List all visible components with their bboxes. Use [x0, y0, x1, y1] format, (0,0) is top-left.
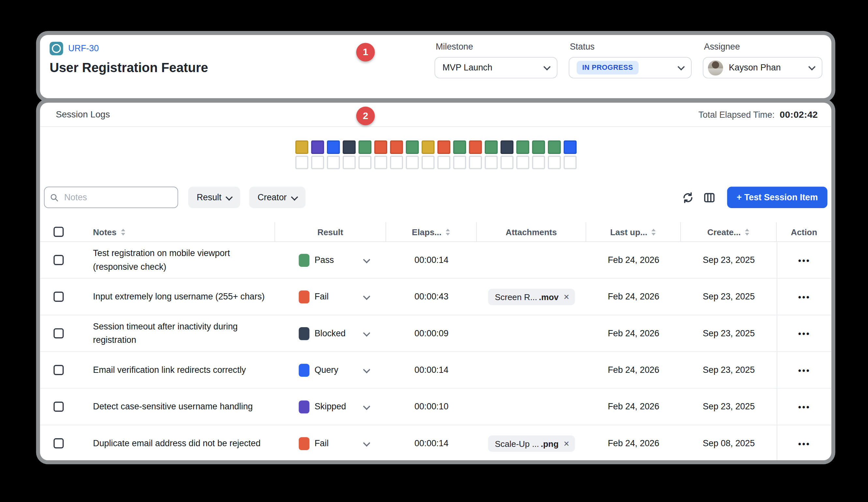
- progress-square-green[interactable]: [516, 141, 529, 154]
- attachment-chip[interactable]: Screen R... .mov ×: [488, 288, 575, 305]
- row-last-updated: Feb 24, 2026: [586, 242, 681, 278]
- search-input[interactable]: [63, 192, 172, 203]
- column-header-result[interactable]: Result: [318, 227, 343, 237]
- row-actions-menu-button[interactable]: •••: [798, 365, 810, 375]
- progress-square-navy[interactable]: [343, 141, 355, 154]
- result-select[interactable]: Fail: [275, 279, 386, 315]
- columns-icon[interactable]: [703, 191, 716, 204]
- progress-square-yellow[interactable]: [295, 141, 308, 154]
- progress-square-empty[interactable]: [405, 155, 418, 169]
- progress-square-empty[interactable]: [422, 155, 434, 169]
- remove-attachment-icon[interactable]: ×: [564, 292, 569, 301]
- sort-icon[interactable]: [744, 228, 750, 235]
- chevron-down-icon[interactable]: [363, 402, 370, 410]
- progress-square-empty[interactable]: [500, 155, 513, 169]
- column-header-last-updated[interactable]: Last up...: [610, 227, 647, 237]
- assignee-select[interactable]: Kayson Phan: [703, 57, 823, 79]
- progress-square-orange[interactable]: [390, 141, 403, 154]
- assignee-value: Kayson Phan: [729, 63, 781, 73]
- progress-square-empty[interactable]: [532, 155, 545, 169]
- sort-icon[interactable]: [651, 228, 657, 235]
- column-header-notes[interactable]: Notes: [93, 227, 116, 237]
- chevron-down-icon[interactable]: [363, 293, 370, 300]
- result-label: Fail: [314, 439, 329, 449]
- sort-icon[interactable]: [446, 228, 451, 235]
- add-test-session-item-button[interactable]: + Test Session Item: [727, 187, 828, 208]
- remove-attachment-icon[interactable]: ×: [564, 439, 569, 448]
- progress-square-empty[interactable]: [484, 155, 497, 169]
- attachment-name: Scale-Up ...: [495, 439, 539, 448]
- progress-square-empty[interactable]: [469, 155, 482, 169]
- progress-square-empty[interactable]: [548, 155, 561, 169]
- chevron-down-icon[interactable]: [363, 256, 370, 263]
- row-checkbox[interactable]: [53, 402, 64, 412]
- result-select[interactable]: Skipped: [275, 389, 386, 425]
- column-header-created[interactable]: Create...: [707, 227, 741, 237]
- progress-square-empty[interactable]: [343, 155, 355, 169]
- table-header-row: Notes Result Elaps... Attachments Last u…: [40, 222, 831, 242]
- result-color-badge: [299, 437, 309, 450]
- result-select[interactable]: Blocked: [275, 315, 386, 352]
- chevron-down-icon: [543, 63, 550, 70]
- row-checkbox[interactable]: [53, 328, 64, 338]
- progress-square-yellow[interactable]: [422, 141, 434, 154]
- progress-square-empty[interactable]: [437, 155, 450, 169]
- issue-key-link[interactable]: URF-30: [68, 43, 99, 53]
- column-header-attachments[interactable]: Attachments: [506, 227, 557, 237]
- progress-square-empty[interactable]: [453, 155, 466, 169]
- result-select[interactable]: Query: [275, 352, 386, 388]
- row-checkbox[interactable]: [53, 255, 64, 265]
- status-select[interactable]: IN PROGRESS: [569, 57, 692, 79]
- result-color-badge: [299, 290, 309, 303]
- row-actions-menu-button[interactable]: •••: [798, 402, 810, 411]
- progress-square-navy[interactable]: [500, 141, 513, 154]
- progress-square-green[interactable]: [532, 141, 545, 154]
- sort-icon[interactable]: [121, 228, 126, 235]
- progress-square-blue[interactable]: [563, 141, 576, 154]
- progress-square-orange[interactable]: [437, 141, 450, 154]
- row-created: Sep 08, 2025: [681, 425, 777, 460]
- search-field[interactable]: [44, 187, 178, 208]
- progress-square-orange[interactable]: [469, 141, 482, 154]
- desktop-background: URF-30 User Registration Feature 1 Miles…: [0, 0, 868, 502]
- progress-square-empty[interactable]: [374, 155, 387, 169]
- chevron-down-icon[interactable]: [363, 439, 370, 446]
- progress-square-green[interactable]: [484, 141, 497, 154]
- select-all-checkbox[interactable]: [53, 227, 64, 237]
- row-actions-menu-button[interactable]: •••: [798, 255, 810, 264]
- column-header-elapsed[interactable]: Elaps...: [412, 227, 442, 237]
- row-checkbox[interactable]: [53, 365, 64, 375]
- milestone-value: MVP Launch: [442, 63, 492, 73]
- chevron-down-icon[interactable]: [363, 329, 370, 336]
- refresh-icon[interactable]: [682, 191, 695, 204]
- progress-square-empty[interactable]: [327, 155, 340, 169]
- progress-square-empty[interactable]: [390, 155, 403, 169]
- row-actions-menu-button[interactable]: •••: [798, 329, 810, 338]
- issue-header-card: URF-30 User Registration Feature 1 Miles…: [40, 35, 831, 98]
- progress-square-green[interactable]: [453, 141, 466, 154]
- progress-square-empty[interactable]: [563, 155, 576, 169]
- row-checkbox[interactable]: [53, 439, 64, 449]
- row-checkbox[interactable]: [53, 292, 64, 302]
- progress-square-empty[interactable]: [516, 155, 529, 169]
- progress-square-green[interactable]: [405, 141, 418, 154]
- progress-square-orange[interactable]: [374, 141, 387, 154]
- result-select[interactable]: Fail: [275, 425, 386, 460]
- progress-square-green[interactable]: [548, 141, 561, 154]
- result-filter-button[interactable]: Result: [188, 187, 240, 208]
- progress-square-purple[interactable]: [311, 141, 324, 154]
- creator-filter-button[interactable]: Creator: [249, 187, 305, 208]
- status-label: Status: [570, 42, 692, 52]
- attachment-chip[interactable]: Scale-Up ... .png ×: [488, 435, 575, 451]
- status-field: Status IN PROGRESS: [569, 41, 692, 79]
- progress-square-empty[interactable]: [358, 155, 371, 169]
- progress-square-blue[interactable]: [327, 141, 340, 154]
- milestone-select[interactable]: MVP Launch: [434, 57, 557, 79]
- row-actions-menu-button[interactable]: •••: [798, 439, 810, 448]
- progress-square-green[interactable]: [358, 141, 371, 154]
- progress-square-empty[interactable]: [295, 155, 308, 169]
- row-actions-menu-button[interactable]: •••: [798, 292, 810, 301]
- chevron-down-icon[interactable]: [363, 366, 370, 373]
- progress-square-empty[interactable]: [311, 155, 324, 169]
- result-select[interactable]: Pass: [275, 242, 386, 278]
